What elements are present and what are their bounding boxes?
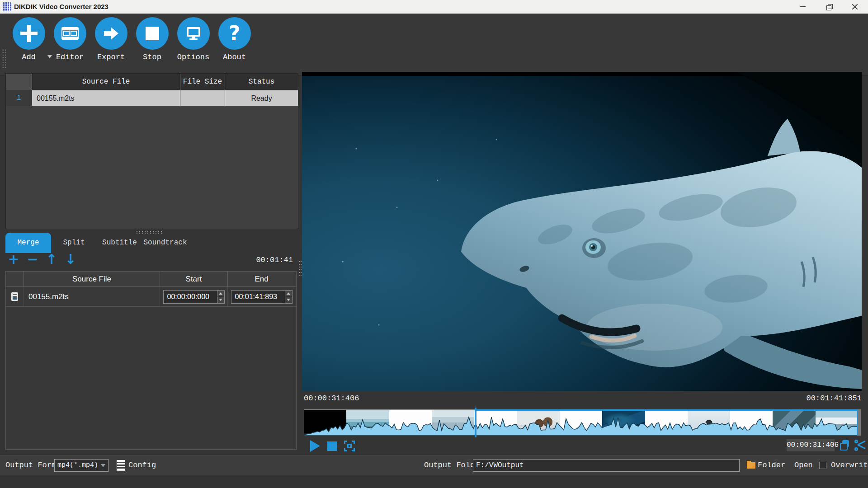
current-time-display: 00:00:31:406 [787, 439, 835, 451]
row-status: Ready [225, 90, 298, 106]
timeline-start-time: 00:00:31:406 [304, 393, 359, 404]
status-strip [0, 475, 868, 488]
row-number: 1 [6, 90, 32, 106]
play-button[interactable] [310, 440, 320, 452]
tab-split[interactable]: Split [51, 233, 97, 253]
film-icon [61, 27, 79, 40]
open-button[interactable]: Open [794, 455, 813, 475]
header-file-size: File Size [180, 74, 225, 90]
output-format-select[interactable]: mp4(*.mp4) [54, 459, 108, 472]
clip-source-file: 00155.m2ts [24, 287, 160, 306]
header-icon-cell [6, 272, 24, 286]
source-file-table: Source File File Size Status 1 00155.m2t… [5, 73, 298, 229]
vertical-splitter-handle[interactable] [298, 260, 302, 276]
bottom-bar: Output Format mp4(*.mp4) Config Output F… [0, 455, 868, 475]
start-spin-up-button[interactable] [217, 291, 224, 297]
maximize-button[interactable] [816, 0, 842, 14]
overwrite-label[interactable]: Overwrite [831, 455, 868, 475]
row-file-size [180, 90, 225, 106]
table-row[interactable]: 1 00155.m2ts Ready [6, 90, 298, 106]
arrow-right-icon [104, 27, 119, 40]
merge-header-source-file: Source File [24, 272, 160, 286]
selection-range-line [475, 409, 858, 411]
stop-icon [146, 27, 159, 40]
close-icon [852, 4, 858, 10]
clip-tabs: Merge Split Subtitle Soundtrack [5, 233, 188, 253]
window-title: DIKDIK Video Converter 2023 [14, 0, 108, 14]
config-button[interactable]: Config [128, 455, 156, 475]
start-time-spinbox: 00:00:00:000 [163, 290, 225, 304]
spin-up-icon [219, 291, 222, 295]
toolbar-buttons: Add Editor [8, 16, 255, 62]
playhead[interactable] [475, 408, 476, 437]
folder-icon[interactable] [747, 462, 755, 469]
merge-table-header: Source File Start End [6, 272, 296, 287]
fullscreen-button[interactable] [344, 441, 355, 451]
minimize-icon [800, 6, 806, 7]
spin-down-icon [219, 299, 222, 303]
plus-icon [20, 25, 38, 42]
tab-soundtrack[interactable]: Soundtrack [142, 233, 188, 253]
toolbar-grip-handle[interactable] [2, 49, 7, 70]
header-corner-cell [6, 74, 32, 90]
title-bar: DIKDIK Video Converter 2023 [0, 0, 868, 14]
about-button[interactable]: ? About [214, 16, 255, 62]
audio-waveform [304, 409, 858, 436]
merge-clip-row[interactable]: 00155.m2ts 00:00:00:000 00:01:41:893 [6, 287, 296, 307]
spin-up-icon [287, 291, 290, 295]
app-window: DIKDIK Video Converter 2023 Add [0, 0, 868, 488]
header-status: Status [225, 74, 298, 90]
start-spin-down-button[interactable] [217, 297, 224, 303]
add-button[interactable]: Add [8, 16, 49, 62]
folder-button[interactable]: Folder [758, 455, 785, 475]
tab-merge[interactable]: Merge [5, 233, 51, 253]
selection-range-end [857, 409, 858, 436]
end-time-value[interactable]: 00:01:41:893 [231, 291, 285, 303]
end-spin-down-button[interactable] [285, 297, 292, 303]
source-file-table-header: Source File File Size Status [6, 74, 298, 90]
start-time-value[interactable]: 00:00:00:000 [164, 291, 217, 303]
merge-header-start: Start [160, 272, 228, 286]
timeline-strip[interactable] [304, 409, 858, 436]
row-source-file: 00155.m2ts [32, 90, 180, 106]
total-duration-label: 00:01:41 [5, 255, 293, 266]
merge-clip-table: Source File Start End 00155.m2ts 00:00:0… [5, 271, 297, 450]
merge-header-end: End [228, 272, 295, 286]
app-logo-icon [2, 2, 11, 11]
stop-button[interactable]: Stop [132, 16, 173, 62]
close-button[interactable] [842, 0, 868, 14]
editor-button[interactable]: Editor [49, 16, 90, 62]
tab-subtitle[interactable]: Subtitle [97, 233, 142, 253]
video-preview[interactable] [302, 72, 862, 391]
toolbar: Add Editor [0, 14, 868, 76]
end-spin-up-button[interactable] [285, 291, 292, 297]
monitor-icon [185, 26, 202, 41]
snapshot-icon[interactable] [840, 440, 850, 450]
window-controls [789, 0, 868, 14]
overwrite-checkbox[interactable] [819, 462, 826, 469]
end-time-spinbox: 00:01:41:893 [231, 290, 292, 304]
minimize-button[interactable] [789, 0, 816, 14]
cut-icon[interactable] [854, 439, 866, 451]
output-folder-input[interactable] [473, 459, 740, 472]
timeline-end-bar [858, 409, 861, 436]
clip-file-icon [11, 292, 18, 301]
timeline-end-time: 00:01:41:851 [636, 393, 862, 404]
question-icon: ? [229, 23, 241, 43]
transport-controls [310, 440, 355, 452]
shark-video-frame [302, 72, 862, 391]
export-button[interactable]: Export [90, 16, 132, 62]
spin-down-icon [287, 299, 290, 303]
maximize-icon [826, 5, 831, 9]
config-icon[interactable] [117, 460, 125, 471]
header-source-file: Source File [32, 74, 180, 90]
output-format-value: mp4(*.mp4) [55, 460, 101, 471]
options-button[interactable]: Options [173, 16, 214, 62]
stop-playback-button[interactable] [327, 441, 337, 451]
chevron-down-icon [101, 464, 105, 469]
